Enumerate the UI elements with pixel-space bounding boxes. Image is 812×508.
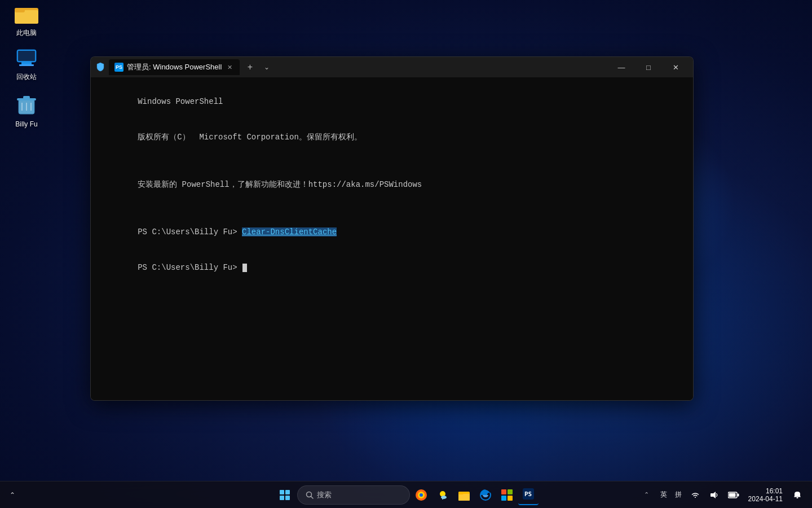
- tray-ime-input[interactable]: 拼: [673, 489, 684, 501]
- ps-current-prompt: PS C:\Users\Billy Fu>: [100, 250, 684, 286]
- svg-rect-34: [794, 496, 801, 497]
- folder-icon: [15, 3, 38, 27]
- svg-rect-30: [710, 493, 713, 497]
- tray-wifi-icon[interactable]: [687, 487, 703, 503]
- svg-text:PS: PS: [524, 491, 532, 498]
- recycle-icon: [16, 94, 37, 118]
- taskbar-explorer-icon[interactable]: [454, 485, 474, 505]
- ps-output-empty-2: [100, 203, 684, 214]
- taskbar-weather-icon[interactable]: [433, 485, 453, 505]
- svg-rect-32: [729, 493, 735, 497]
- taskbar-search-text: 搜索: [317, 490, 332, 500]
- taskbar-powershell-icon[interactable]: PS: [518, 485, 539, 505]
- ps-prompt-1: PS C:\Users\Billy Fu>: [138, 227, 242, 237]
- ps-cursor: [242, 264, 247, 272]
- svg-rect-33: [738, 493, 739, 496]
- ps-command-line: PS C:\Users\Billy Fu> Clear-DnsClientCac…: [100, 214, 684, 250]
- svg-rect-24: [501, 489, 506, 494]
- svg-rect-26: [501, 496, 506, 501]
- tray-volume-icon[interactable]: [707, 487, 722, 503]
- ps-output-line-2: 版权所有（C） Microsoft Corporation。保留所有权利。: [100, 120, 684, 155]
- window-controls: — □ ✕: [608, 58, 689, 76]
- svg-rect-23: [458, 492, 464, 494]
- ps-output-line-1: Windows PowerShell: [100, 84, 684, 120]
- clock-time: 16:01: [766, 487, 783, 495]
- shield-icon: [95, 62, 105, 72]
- taskbar-edge-icon[interactable]: [475, 485, 496, 505]
- ps-tab-label: 管理员: Windows PowerShell: [127, 62, 222, 72]
- svg-rect-6: [19, 64, 34, 66]
- ps-active-tab[interactable]: PS 管理员: Windows PowerShell ✕: [109, 59, 240, 75]
- tray-battery-icon[interactable]: [726, 487, 742, 503]
- desktop-icon-label-recycle: Billy Fu: [15, 120, 37, 129]
- ps-output-line-3: 安装最新的 PowerShell，了解新功能和改进！https://aka.ms…: [100, 167, 684, 203]
- clock-date: 2024-04-11: [748, 495, 783, 503]
- tray-chevron-icon[interactable]: ⌃: [639, 487, 655, 503]
- ps-output-empty-1: [100, 155, 684, 167]
- powershell-window: PS 管理员: Windows PowerShell ✕ + ⌄ — □ ✕ W…: [90, 56, 694, 401]
- desktop-icon-label-billy-fu: 此电脑: [16, 29, 37, 38]
- svg-rect-5: [21, 62, 32, 64]
- ps-tab-icon: PS: [114, 63, 123, 72]
- taskbar-search[interactable]: 搜索: [297, 485, 410, 505]
- svg-point-17: [420, 493, 423, 497]
- svg-line-14: [311, 496, 314, 498]
- desktop-icon-computer[interactable]: 回收站: [4, 45, 49, 85]
- desktop-icon-recycle[interactable]: Billy Fu: [4, 90, 49, 133]
- ps-new-tab-button[interactable]: +: [242, 59, 258, 75]
- tray-overflow-button[interactable]: ⌃: [5, 487, 20, 503]
- search-icon: [306, 491, 314, 499]
- desktop-icon-label-computer: 回收站: [16, 73, 37, 82]
- svg-rect-27: [508, 496, 513, 501]
- desktop: 此电脑 回收站 Billy Fu: [0, 0, 812, 508]
- svg-rect-25: [508, 489, 513, 494]
- notification-button[interactable]: [789, 487, 805, 503]
- ps-titlebar: PS 管理员: Windows PowerShell ✕ + ⌄ — □ ✕: [91, 57, 693, 77]
- ps-dropdown-button[interactable]: ⌄: [260, 60, 273, 74]
- svg-rect-2: [15, 8, 25, 12]
- svg-rect-35: [797, 497, 798, 498]
- svg-point-20: [441, 496, 447, 499]
- svg-rect-4: [18, 51, 35, 61]
- computer-icon: [16, 49, 37, 71]
- close-button[interactable]: ✕: [663, 58, 689, 76]
- svg-rect-22: [458, 494, 470, 501]
- system-clock[interactable]: 16:01 2024-04-11: [745, 486, 786, 504]
- ps-command-text: Clear-DnsClientCache: [242, 227, 337, 237]
- maximize-button[interactable]: □: [636, 58, 661, 76]
- start-button[interactable]: [273, 484, 296, 506]
- taskbar-right: ⌃ 英 拼: [639, 486, 812, 504]
- taskbar-center: 搜索: [273, 484, 539, 506]
- svg-rect-9: [23, 96, 30, 99]
- taskbar-firefox-icon[interactable]: [411, 485, 431, 505]
- ps-tab-close-button[interactable]: ✕: [225, 63, 234, 72]
- taskbar: ⌃ 搜索: [0, 481, 812, 508]
- tray-ime-lang[interactable]: 英: [658, 489, 669, 501]
- taskbar-left: ⌃: [0, 487, 20, 503]
- ps-prompt-2: PS C:\Users\Billy Fu>: [138, 263, 242, 272]
- minimize-button[interactable]: —: [608, 58, 634, 76]
- windows-logo-icon: [280, 490, 290, 500]
- taskbar-store-icon[interactable]: [497, 485, 517, 505]
- ps-terminal-content[interactable]: Windows PowerShell 版权所有（C） Microsoft Cor…: [91, 77, 693, 400]
- desktop-icon-billy-fu[interactable]: 此电脑: [4, 0, 49, 41]
